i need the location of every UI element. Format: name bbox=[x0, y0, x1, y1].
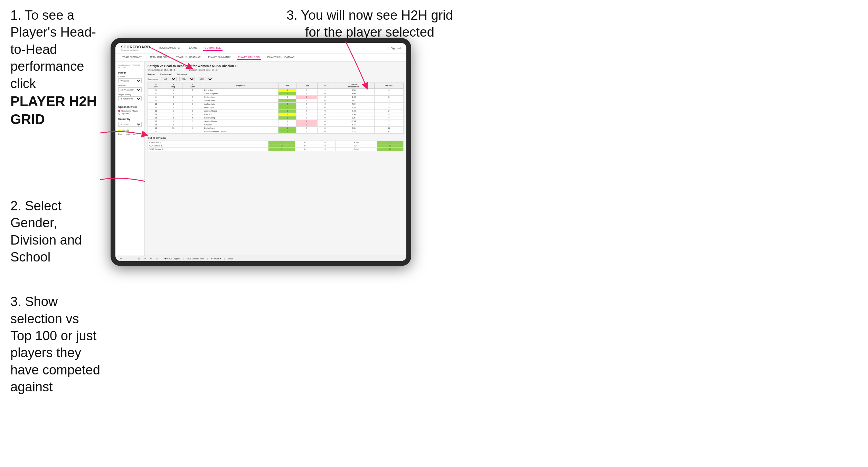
opponent-filter-group: Opponent bbox=[177, 73, 187, 76]
table-row: 3 1 1 Esther Lee 1 0 1 1.50 4 bbox=[148, 88, 404, 92]
table-row: 10 6 3 Andrea York 2 0 0 4.00 4 bbox=[148, 102, 404, 106]
cell-loss: 0 bbox=[296, 88, 318, 92]
toolbar-view-original[interactable]: 👁 View: Original bbox=[163, 257, 181, 260]
cell-conf: 4 bbox=[182, 113, 203, 116]
step3-right-text: 3. You will now see H2H grid for the pla… bbox=[286, 8, 453, 39]
toolbar-undo[interactable]: ↩ bbox=[119, 257, 123, 260]
cell-loss: 0 bbox=[296, 99, 318, 102]
toolbar-share[interactable]: Share bbox=[227, 257, 234, 260]
col-rounds: Rounds bbox=[375, 83, 404, 88]
toolbar-target[interactable]: ⊙ bbox=[155, 257, 159, 260]
cell-tie: 0 bbox=[317, 120, 333, 123]
cell-rounds: 3 bbox=[375, 99, 404, 102]
cell-tie: 0 bbox=[317, 99, 333, 102]
legend-up-label: Up bbox=[133, 133, 135, 135]
conference-select[interactable]: (All) bbox=[179, 77, 195, 81]
cell-reg: 3 bbox=[164, 95, 182, 99]
toolbar-grid[interactable]: ⊞ bbox=[137, 257, 141, 260]
sub-nav-player-h2h-heatmap[interactable]: PLAYER H2H HEATMAP bbox=[266, 55, 296, 60]
cell-loss: 1 bbox=[296, 126, 318, 130]
cell-diff: 1.50 bbox=[333, 88, 374, 92]
tablet-frame: SCOREBOARD Powered by clippd TOURNAMENTS… bbox=[111, 38, 411, 266]
cell-od-label: NAIA Division 1 bbox=[148, 144, 268, 147]
cell-loss: 1 bbox=[296, 130, 318, 133]
cell-win: 2 bbox=[279, 102, 296, 106]
view-icon: 👁 bbox=[164, 258, 167, 260]
cell-win: 1 bbox=[279, 109, 296, 113]
sub-nav-team-h2h-heatmap[interactable]: TEAM H2H HEATMAP bbox=[175, 55, 202, 60]
cell-od-loss: 0 bbox=[295, 147, 315, 151]
cell-od-tie: 0 bbox=[315, 144, 336, 147]
cell-win: 1 bbox=[279, 116, 296, 120]
sign-out-link[interactable]: Sign out bbox=[391, 47, 401, 50]
cell-rounds: 11 bbox=[375, 126, 404, 130]
tablet-screen: SCOREBOARD Powered by clippd TOURNAMENTS… bbox=[115, 43, 406, 261]
cell-rounds: 2 bbox=[375, 123, 404, 126]
region-select[interactable]: (All) bbox=[161, 77, 177, 81]
toolbar-forward[interactable]: → bbox=[131, 257, 135, 260]
opponent-view-section: Opponent view Opponents Played Top 100 bbox=[118, 105, 142, 115]
sub-nav-team-summary[interactable]: TEAM SUMMARY bbox=[121, 55, 143, 60]
col-win: Win bbox=[279, 83, 296, 88]
toolbar-redo[interactable]: ↻ bbox=[149, 257, 153, 260]
cell-opponent: Sharon Mun bbox=[203, 99, 279, 102]
cell-rounds: 4 bbox=[375, 102, 404, 106]
cell-opponent: Jessica Huang bbox=[203, 109, 279, 113]
sub-nav-team-h2h-grid[interactable]: TEAM H2H GRID bbox=[148, 55, 170, 60]
cell-od-win: 15 bbox=[268, 144, 295, 147]
legend-level-circle bbox=[122, 130, 125, 132]
cell-win: 1 bbox=[279, 106, 296, 109]
cell-div: 5 bbox=[148, 92, 164, 95]
gender-label: Gender bbox=[118, 76, 142, 78]
cell-diff: 0.38 bbox=[333, 113, 374, 116]
toolbar-save-custom[interactable]: Save Custom View bbox=[186, 257, 205, 260]
cell-reg: 2 bbox=[164, 123, 182, 126]
radio-opponents-played[interactable]: Opponents Played bbox=[118, 110, 142, 112]
eye-icon: 👁 bbox=[211, 258, 213, 260]
division-dropdown[interactable]: NCAA Division III NCAA Division I NCAA D… bbox=[118, 87, 142, 92]
cell-od-rounds: 10 bbox=[377, 147, 403, 151]
sub-nav-player-summary[interactable]: PLAYER SUMMARY bbox=[207, 55, 232, 60]
cell-rounds: 3 bbox=[375, 92, 404, 95]
watch-label: Watch ▾ bbox=[214, 257, 221, 260]
division-record-label: Division Record: bbox=[189, 69, 205, 71]
cell-diff: 4.00 bbox=[333, 92, 374, 95]
nav-teams[interactable]: TEAMS bbox=[186, 46, 198, 51]
toolbar-refresh[interactable]: ↺ bbox=[143, 257, 147, 260]
cell-opponent: Heejo Hyun bbox=[203, 106, 279, 109]
nav-committee[interactable]: COMMITTEE bbox=[203, 46, 223, 51]
toolbar-watch[interactable]: 👁 Watch ▾ bbox=[210, 257, 222, 260]
opponent-select[interactable]: (All) bbox=[198, 77, 213, 81]
cell-div: 9 bbox=[148, 99, 164, 102]
overall-record: Overall Record: 353 - 34 - 6 bbox=[148, 69, 175, 71]
cell-diff: 1.33 bbox=[333, 130, 374, 133]
cell-div: 14 bbox=[148, 113, 164, 116]
col-conf: #Conf bbox=[182, 83, 203, 88]
player-rank-dropdown[interactable]: 8. Katelyn Vo bbox=[118, 96, 142, 101]
nav-tournaments[interactable]: TOURNAMENTS bbox=[157, 46, 181, 51]
cell-diff: -5.00 bbox=[333, 123, 374, 126]
main-content: Last Updated: 27/03/2024 16:55:38 Player… bbox=[115, 61, 406, 256]
toolbar-back[interactable]: ← bbox=[125, 257, 129, 260]
sub-nav-player-h2h-grid[interactable]: PLAYER H2H GRID bbox=[237, 55, 261, 60]
cell-conf: 7 bbox=[182, 130, 203, 133]
colour-by-dropdown[interactable]: Win/loss bbox=[118, 122, 142, 127]
radio-top100[interactable]: Top 100 bbox=[118, 113, 142, 115]
sub-nav: TEAM SUMMARY TEAM H2H GRID TEAM H2H HEAT… bbox=[115, 54, 406, 61]
cell-loss: 1 bbox=[296, 123, 318, 126]
cell-rounds: 3 bbox=[375, 106, 404, 109]
step2-text: 2. Select Gender, Division and School bbox=[10, 198, 100, 266]
cell-div: 15 bbox=[148, 116, 164, 120]
cell-opponent: Euna Lee bbox=[203, 123, 279, 126]
cell-tie: 0 bbox=[317, 109, 333, 113]
colour-legend bbox=[118, 130, 142, 132]
cell-rounds: 4 bbox=[375, 116, 404, 120]
cell-loss: 0 bbox=[296, 116, 318, 120]
updated-time: 16:55:38 bbox=[118, 66, 125, 68]
cell-div: 3 bbox=[148, 88, 164, 92]
cell-od-diff: 9.267 bbox=[335, 144, 377, 147]
cell-tie: 0 bbox=[317, 92, 333, 95]
cell-loss: 0 bbox=[296, 102, 318, 106]
gender-dropdown[interactable]: Women's Men's bbox=[118, 78, 142, 83]
cell-opponent: Sydney Kuo bbox=[203, 95, 279, 99]
